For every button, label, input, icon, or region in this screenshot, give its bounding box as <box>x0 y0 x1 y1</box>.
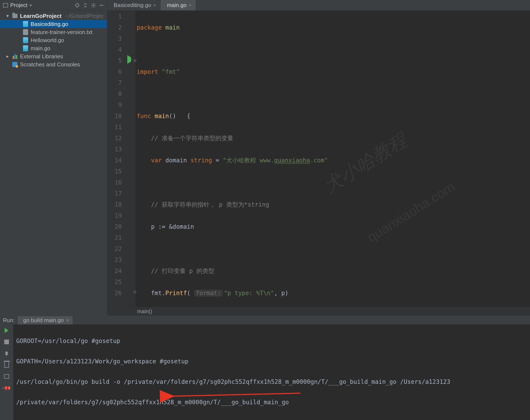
breadcrumb-item: main() <box>137 308 152 315</box>
libraries-icon <box>12 53 18 59</box>
chevron-right-icon: ▸ <box>5 54 10 59</box>
code-content[interactable]: package main import "fmt" func main() { … <box>135 11 530 307</box>
project-panel-header: Project <box>0 0 107 11</box>
go-file-icon <box>23 37 29 43</box>
hide-panel-icon[interactable] <box>99 2 104 8</box>
folder-icon <box>12 13 18 19</box>
console-output[interactable]: GOROOT=/usr/local/go #gosetup GOPATH=/Us… <box>13 324 530 420</box>
project-view-selector[interactable]: Project <box>2 2 32 9</box>
tab-main[interactable]: main.go × <box>161 0 196 10</box>
tree-item-label: feature-trainer-version.txt <box>31 29 92 36</box>
console-line: /usr/local/go/bin/go build -o /private/v… <box>16 377 530 387</box>
console-line: GOPATH=/Users/a123123/Work/go_workspace … <box>16 356 530 367</box>
tree-item-label: main.go <box>31 45 50 52</box>
tree-item-helloworld[interactable]: · Helloworld.go <box>0 36 107 44</box>
close-icon[interactable]: × <box>66 317 69 324</box>
run-tool-window: Run: go build main.go × 📌 GOROOT=/usr/lo… <box>0 316 530 420</box>
run-toolbar: 📌 <box>0 324 13 420</box>
svg-line-2 <box>173 393 300 396</box>
run-config-label: go build main.go <box>23 317 64 324</box>
stop-button[interactable] <box>2 338 11 346</box>
project-panel: Project ▾ LearnGoProject ~/GolandProjec … <box>0 0 107 316</box>
console-line: /private/var/folders/g7/sg02phc552qffxx1… <box>16 397 530 407</box>
tree-item-label: Basicediting.go <box>31 21 68 28</box>
text-file-icon <box>23 29 29 35</box>
close-icon[interactable]: × <box>189 2 191 8</box>
scratches-icon <box>12 61 18 67</box>
run-config-tab[interactable]: go build main.go × <box>18 316 73 324</box>
project-icon <box>2 2 9 8</box>
rerun-button[interactable] <box>2 326 11 335</box>
tree-item-label: LearnGoProject <box>20 13 61 19</box>
layout-button[interactable] <box>2 372 11 381</box>
tree-item-basicediting[interactable]: · Basicediting.go <box>0 20 107 28</box>
intention-bulb-icon[interactable] <box>127 279 133 285</box>
delete-button[interactable] <box>2 361 11 369</box>
tree-item-external-libraries[interactable]: ▸ External Libraries <box>0 52 107 60</box>
run-tabbar: Run: go build main.go × <box>0 316 530 324</box>
locate-icon[interactable] <box>74 2 80 8</box>
tree-item-scratches[interactable]: · Scratches and Consoles <box>0 60 107 69</box>
chevron-down-icon: ▾ <box>5 13 10 19</box>
svg-point-0 <box>75 4 79 7</box>
tree-item-path: ~/GolandProjec <box>65 13 104 19</box>
chevron-down-icon <box>29 5 32 6</box>
watermark-url: quanxiaoha.com <box>366 181 456 243</box>
tab-basicediting[interactable]: Basicediting.go × <box>107 0 161 10</box>
go-file-icon <box>23 21 29 27</box>
svg-point-1 <box>93 4 94 6</box>
tree-item-feature-trainer[interactable]: · feature-trainer-version.txt <box>0 28 107 36</box>
expand-all-icon[interactable] <box>82 2 88 8</box>
tab-label: main.go <box>167 2 187 9</box>
settings-icon[interactable] <box>90 2 96 8</box>
line-number-gutter: 1 2 3 4 5 6 7 8 9 10 11 12 13 14 15 16 1 <box>107 11 125 307</box>
gutter-markers: ⊟ ⊟ <box>125 11 135 307</box>
pin-button[interactable]: 📌 <box>2 384 11 392</box>
tab-label: Basicediting.go <box>114 2 151 9</box>
close-icon[interactable]: × <box>153 2 156 8</box>
tree-item-main[interactable]: · main.go <box>0 44 107 52</box>
code-editor[interactable]: 1 2 3 4 5 6 7 8 9 10 11 12 13 14 15 16 1 <box>107 11 530 307</box>
editor-tabbar: Basicediting.go × main.go × <box>107 0 530 11</box>
tree-item-label: Scratches and Consoles <box>20 61 80 68</box>
tree-item-label: External Libraries <box>20 53 63 60</box>
project-tree: ▾ LearnGoProject ~/GolandProjec · Basice… <box>0 11 107 70</box>
console-line: p type: *string <box>16 418 530 420</box>
project-panel-title: Project <box>10 2 28 9</box>
console-line: GOROOT=/usr/local/go #gosetup <box>16 336 530 346</box>
tree-item-label: Helloworld.go <box>31 37 64 43</box>
go-file-icon <box>23 45 29 51</box>
breadcrumb[interactable]: main() <box>107 307 530 316</box>
editor-area: Basicediting.go × main.go × 1 2 3 4 5 6 <box>107 0 530 316</box>
run-gutter-icon[interactable] <box>127 58 133 63</box>
run-title: Run: <box>3 317 15 324</box>
tree-root-project[interactable]: ▾ LearnGoProject ~/GolandProjec <box>0 12 107 20</box>
up-down-button[interactable] <box>2 349 11 358</box>
